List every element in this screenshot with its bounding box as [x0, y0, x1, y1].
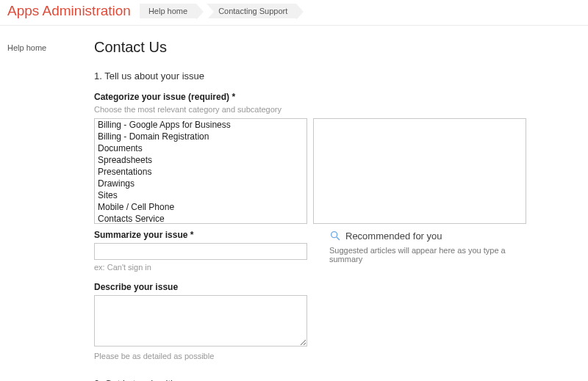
breadcrumb-contacting-support[interactable]: Contacting Support — [207, 4, 296, 18]
list-item[interactable]: Drawings — [95, 178, 306, 189]
page-title: Contact Us — [94, 39, 535, 56]
list-item[interactable]: Documents — [95, 142, 306, 154]
categorize-label: Categorize your issue (required) * — [94, 92, 535, 102]
list-item[interactable]: Sites — [95, 189, 306, 201]
summarize-hint: ex: Can't sign in — [94, 263, 307, 272]
list-item[interactable]: Mobile / Cell Phone — [95, 201, 306, 213]
subcategory-listbox[interactable] — [313, 118, 526, 224]
svg-point-0 — [331, 232, 337, 238]
recommended-title: Recommended for you — [345, 231, 442, 242]
list-item[interactable]: Presentations — [95, 166, 306, 178]
section2-heading: 2. Get in touch with us — [94, 378, 535, 381]
header: Apps Administration Help home Contacting… — [0, 0, 588, 26]
app-title: Apps Administration — [7, 3, 131, 19]
recommended-text: Suggested articles will appear here as y… — [329, 246, 535, 264]
sidebar: Help home — [0, 26, 94, 381]
categorize-hint: Choose the most relevant category and su… — [94, 105, 535, 114]
list-item[interactable]: Contacts Service — [95, 213, 306, 224]
breadcrumb: Help home Contacting Support — [140, 4, 306, 18]
list-item[interactable]: Billing - Google Apps for Business — [95, 119, 306, 131]
breadcrumb-help-home[interactable]: Help home — [140, 4, 196, 18]
summarize-input[interactable] — [94, 243, 307, 260]
svg-line-1 — [337, 237, 340, 240]
describe-hint: Please be as detailed as possible — [94, 352, 307, 360]
section1-heading: 1. Tell us about your issue — [94, 70, 535, 81]
describe-label: Describe your issue — [94, 282, 307, 292]
sidebar-item-help-home[interactable]: Help home — [7, 43, 94, 52]
search-icon — [329, 230, 341, 242]
main-content: Contact Us 1. Tell us about your issue C… — [94, 26, 564, 381]
list-item[interactable]: Spreadsheets — [95, 154, 306, 166]
summarize-label: Summarize your issue * — [94, 230, 307, 240]
list-item[interactable]: Billing - Domain Registration — [95, 131, 306, 142]
describe-textarea[interactable] — [94, 295, 307, 346]
category-listbox[interactable]: Billing - Google Apps for Business Billi… — [94, 118, 307, 224]
